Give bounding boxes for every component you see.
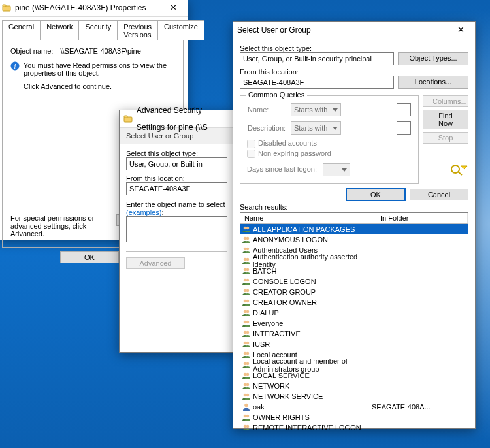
selug-objtype-field[interactable]: User, Group, or Built-in security princi…	[240, 52, 394, 65]
advsec-loc-field[interactable]: SEAGATE-408A3F	[126, 182, 227, 195]
result-row[interactable]: NETWORK SERVICE	[240, 391, 468, 402]
tab-network[interactable]: Network	[40, 20, 79, 40]
result-row[interactable]: Local account and member of Administrato…	[240, 360, 468, 370]
group-icon	[242, 308, 251, 317]
result-row[interactable]: oakSEAGATE-408A...	[240, 402, 468, 412]
tab-customize[interactable]: Customize	[157, 20, 204, 40]
common-queries-group: Common Queries Name: Starts with Descrip…	[240, 95, 419, 184]
group-icon	[242, 235, 251, 244]
advsec-objtype-field[interactable]: User, Group, or Built-in security princi…	[126, 157, 227, 170]
group-icon	[242, 360, 251, 370]
result-name: ANONYMOUS LOGON	[253, 236, 372, 244]
result-name: ALL APPLICATION PACKAGES	[253, 225, 372, 233]
search-results-list[interactable]: Name In Folder ALL APPLICATION PACKAGESA…	[240, 212, 468, 430]
selug-title: Select User or Group	[237, 22, 450, 39]
tab-security[interactable]: Security	[78, 20, 118, 40]
desc-match-value: Starts with	[294, 124, 327, 132]
selug-loc-field[interactable]: SEAGATE-408A3F	[240, 76, 394, 89]
days-combo	[323, 163, 350, 176]
object-name-value: \\SEAGATE-408A3F\pine	[60, 47, 140, 55]
advsec-loc-label: From this location:	[126, 174, 227, 182]
svg-rect-5	[124, 116, 127, 118]
advsec-objtype-label: Select this object type:	[126, 150, 227, 157]
select-user-group-window: Select User or Group ✕ Select this objec…	[233, 21, 476, 429]
locations-button[interactable]: Locations...	[398, 76, 468, 89]
find-now-button[interactable]: Find Now	[423, 110, 468, 129]
result-name: IUSR	[253, 340, 372, 348]
advsec-objectname-input[interactable]	[126, 216, 227, 242]
non-expiring-label: Non expiring password	[258, 150, 331, 157]
result-row[interactable]: Everyone	[240, 318, 468, 328]
col-name[interactable]: Name	[240, 213, 376, 223]
group-icon	[242, 277, 251, 286]
folder-icon	[2, 3, 11, 12]
result-name: Everyone	[253, 319, 372, 327]
properties-tabs: General Network Security Previous Versio…	[2, 20, 184, 40]
ok-button[interactable]: OK	[346, 189, 405, 200]
object-name-label: Object name:	[10, 47, 53, 55]
ok-button[interactable]: OK	[60, 251, 119, 263]
info-message-2: Click Advanced to continue.	[24, 82, 175, 90]
group-icon	[242, 298, 251, 307]
result-name: CREATOR OWNER	[253, 298, 372, 306]
cancel-button[interactable]: Cancel	[410, 189, 468, 200]
result-row[interactable]: IUSR	[240, 339, 468, 349]
result-row[interactable]: NETWORK	[240, 381, 468, 391]
close-icon[interactable]: ✕	[163, 2, 184, 14]
selug-objtype-value: User, Group, or Built-in security princi…	[243, 55, 372, 63]
result-row[interactable]: REMOTE INTERACTIVE LOGON	[240, 423, 468, 430]
columns-button: Columns...	[423, 95, 468, 107]
result-name: BATCH	[253, 267, 372, 275]
group-icon	[242, 392, 251, 401]
advsec-advanced-button[interactable]: Advanced	[126, 257, 185, 269]
result-row[interactable]: LOCAL SERVICE	[240, 370, 468, 381]
common-queries-legend: Common Queries	[246, 91, 307, 99]
stop-button: Stop	[423, 132, 468, 144]
group-icon	[242, 413, 251, 422]
svg-rect-1	[3, 5, 6, 7]
disabled-accounts-checkbox: Disabled accounts	[247, 139, 317, 147]
desc-match-combo: Starts with	[291, 121, 341, 135]
result-row[interactable]: INTERACTIVE	[240, 328, 468, 339]
group-icon	[242, 423, 251, 430]
group-icon	[242, 350, 251, 359]
result-row[interactable]: CREATOR OWNER	[240, 297, 468, 308]
result-name: NETWORK SERVICE	[253, 392, 372, 400]
advsec-titlebar: Advanced Security Settings for pine (\\S	[120, 110, 234, 128]
result-row[interactable]: Authentication authority asserted identi…	[240, 255, 468, 266]
col-folder[interactable]: In Folder	[376, 213, 468, 223]
result-name: NETWORK	[253, 382, 372, 390]
group-icon	[242, 266, 251, 276]
tab-general[interactable]: General	[2, 20, 41, 40]
result-folder: SEAGATE-408A...	[372, 403, 431, 411]
properties-title: pine (\\SEAGATE-408A3F) Properties	[15, 0, 163, 16]
result-row[interactable]: CONSOLE LOGON	[240, 276, 468, 287]
group-icon	[242, 340, 251, 349]
advanced-security-window: Advanced Security Settings for pine (\\S…	[119, 110, 235, 353]
result-row[interactable]: CREATOR GROUP	[240, 287, 468, 297]
result-row[interactable]: ALL APPLICATION PACKAGES	[240, 224, 468, 234]
group-icon	[242, 287, 251, 296]
properties-titlebar: pine (\\SEAGATE-408A3F) Properties ✕	[0, 0, 188, 17]
svg-line-7	[458, 172, 462, 175]
result-name: CONSOLE LOGON	[253, 278, 372, 285]
results-header: Name In Folder	[240, 213, 468, 224]
result-row[interactable]: DIALUP	[240, 308, 468, 318]
object-types-button[interactable]: Object Types...	[398, 52, 468, 65]
examples-link[interactable]: (examples)	[126, 208, 161, 216]
disabled-accounts-label: Disabled accounts	[258, 139, 317, 147]
user-icon	[242, 402, 251, 411]
group-icon	[242, 246, 251, 255]
result-name: DIALUP	[253, 309, 372, 317]
result-row[interactable]: BATCH	[240, 266, 468, 276]
chevron-down-icon	[333, 108, 338, 112]
result-row[interactable]: OWNER RIGHTS	[240, 412, 468, 423]
result-row[interactable]: ANONYMOUS LOGON	[240, 234, 468, 245]
group-icon	[242, 319, 251, 328]
result-name: OWNER RIGHTS	[253, 413, 372, 421]
close-icon[interactable]: ✕	[450, 24, 471, 36]
desc-filter-input	[397, 121, 411, 135]
info-message: You must have Read permissions to view t…	[24, 61, 175, 77]
tab-previous[interactable]: Previous Versions	[117, 20, 158, 40]
chevron-down-icon	[333, 127, 338, 130]
